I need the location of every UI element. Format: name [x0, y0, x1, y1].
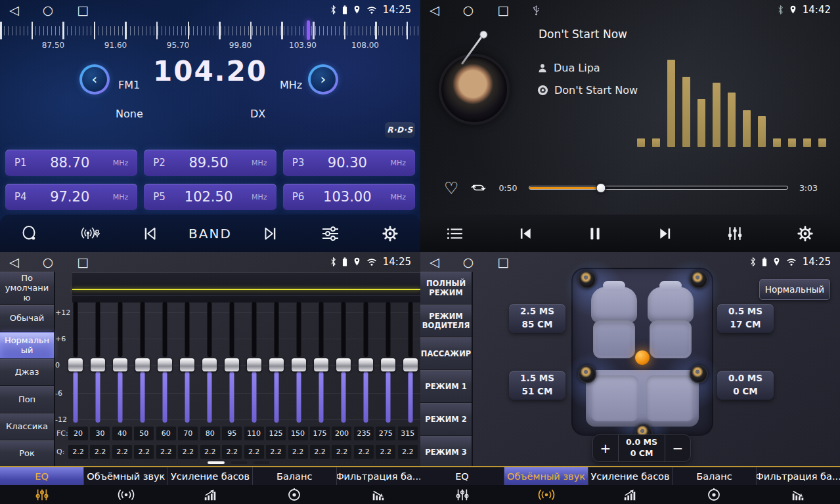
- mode-passenger[interactable]: ПАССАЖИР: [420, 337, 472, 369]
- next-station-icon[interactable]: [251, 219, 289, 248]
- tune-settings-icon[interactable]: [311, 219, 349, 248]
- mode-3[interactable]: РЕЖИМ 3: [420, 436, 472, 468]
- fc-value[interactable]: 275: [376, 427, 395, 440]
- pause-icon[interactable]: [576, 219, 614, 248]
- fc-value[interactable]: 315: [398, 427, 418, 440]
- eq-band-slider[interactable]: [180, 302, 194, 424]
- eq-band-slider[interactable]: [113, 302, 127, 424]
- eq-band-slider[interactable]: [269, 302, 284, 424]
- nav-recents-icon[interactable]: □: [497, 0, 509, 20]
- eq-band-slider[interactable]: [336, 302, 351, 424]
- eq-preset-normal[interactable]: Нормальный: [0, 332, 54, 358]
- listening-position-indicator[interactable]: [635, 350, 650, 365]
- tab-surround[interactable]: Объёмный звук: [84, 467, 168, 485]
- q-value[interactable]: 2.2: [310, 445, 330, 459]
- radio-preset-p1[interactable]: P1 88.70 MHz: [5, 150, 137, 176]
- eq-preset-custom[interactable]: Обычай: [0, 305, 54, 331]
- nav-recents-icon[interactable]: □: [497, 252, 509, 272]
- eq-preset-pop[interactable]: Поп: [0, 386, 54, 412]
- eq-sliders-icon[interactable]: [0, 485, 84, 504]
- eq-preset-default[interactable]: По умолчанию: [0, 272, 54, 304]
- fc-value[interactable]: 20: [68, 427, 88, 440]
- decrease-delay-button[interactable]: −: [665, 435, 690, 461]
- eq-band-slider[interactable]: [225, 302, 239, 424]
- rear-right-delay-button[interactable]: 0.0 MS 0 CM: [717, 371, 774, 400]
- frequency-scale[interactable]: [0, 22, 420, 39]
- fc-value[interactable]: 235: [354, 427, 374, 440]
- eq-sliders-icon[interactable]: [420, 485, 504, 504]
- q-value[interactable]: 2.2: [134, 445, 154, 459]
- q-value[interactable]: 2.2: [222, 445, 242, 459]
- tab-surround[interactable]: Объёмный звук: [504, 467, 588, 485]
- settings-gear-icon[interactable]: [786, 219, 824, 248]
- next-track-icon[interactable]: [646, 219, 684, 248]
- q-value[interactable]: 2.2: [266, 445, 286, 459]
- eq-band-slider[interactable]: [314, 302, 328, 424]
- mode-2[interactable]: РЕЖИМ 2: [420, 403, 472, 435]
- fc-value[interactable]: 60: [156, 427, 176, 440]
- fc-value[interactable]: 95: [222, 427, 242, 440]
- q-value[interactable]: 2.2: [156, 445, 176, 459]
- nav-recents-icon[interactable]: □: [77, 252, 89, 272]
- seek-bar[interactable]: [529, 182, 788, 193]
- settings-gear-icon[interactable]: [371, 219, 409, 248]
- radio-preset-p5[interactable]: P5 102.50 MHz: [144, 184, 276, 210]
- q-value[interactable]: 2.2: [288, 445, 308, 459]
- mode-1[interactable]: РЕЖИМ 1: [420, 370, 472, 402]
- q-value[interactable]: 2.2: [376, 445, 395, 459]
- filter-icon[interactable]: [756, 485, 840, 504]
- fc-value[interactable]: 150: [288, 427, 308, 440]
- tune-up-button[interactable]: ›: [308, 64, 338, 94]
- nav-home-icon[interactable]: ○: [43, 0, 54, 20]
- bass-boost-icon[interactable]: [168, 485, 252, 504]
- mode-driver[interactable]: РЕЖИМ ВОДИТЕЛЯ: [420, 304, 472, 337]
- fc-value[interactable]: 80: [200, 427, 220, 440]
- q-value[interactable]: 2.2: [398, 445, 418, 459]
- seek-thumb[interactable]: [596, 183, 606, 193]
- tab-bass-boost[interactable]: Усиление басов: [588, 467, 673, 485]
- mode-full[interactable]: ПОЛНЫЙ РЕЖИМ: [420, 272, 472, 304]
- eq-band-slider[interactable]: [381, 302, 395, 424]
- eq-band-slider[interactable]: [158, 302, 172, 424]
- tab-balance[interactable]: Баланс: [673, 467, 757, 485]
- radio-preset-p3[interactable]: P3 90.30 MHz: [283, 150, 415, 176]
- nav-home-icon[interactable]: ○: [463, 252, 474, 272]
- rear-left-delay-button[interactable]: 1.5 MS 51 CM: [509, 371, 565, 400]
- sound-preset-button[interactable]: Нормальный: [759, 279, 830, 300]
- nav-recents-icon[interactable]: □: [77, 0, 89, 20]
- tune-down-button[interactable]: ‹: [79, 64, 110, 94]
- eq-band-slider[interactable]: [403, 302, 418, 424]
- eq-preset-rock[interactable]: Рок: [0, 440, 54, 467]
- tab-balance[interactable]: Баланс: [253, 467, 337, 485]
- scan-icon[interactable]: [11, 219, 49, 248]
- fc-value[interactable]: 50: [134, 427, 154, 440]
- surround-sound-icon[interactable]: [84, 485, 168, 504]
- playlist-icon[interactable]: [436, 219, 474, 248]
- eq-preset-jazz[interactable]: Джаз: [0, 359, 54, 385]
- q-value[interactable]: 2.2: [90, 445, 110, 459]
- fc-value[interactable]: 70: [178, 427, 198, 440]
- fc-value[interactable]: 40: [112, 427, 132, 440]
- front-right-delay-button[interactable]: 0.5 MS 17 CM: [717, 304, 774, 333]
- fc-value[interactable]: 200: [332, 427, 351, 440]
- radio-preset-p4[interactable]: P4 97.20 MHz: [5, 184, 137, 210]
- equalizer-icon[interactable]: [716, 219, 754, 248]
- front-left-delay-button[interactable]: 2.5 MS 85 CM: [509, 304, 565, 333]
- q-value[interactable]: 2.2: [244, 445, 264, 459]
- nav-back-icon[interactable]: ◁: [9, 252, 19, 272]
- tab-eq[interactable]: EQ: [0, 467, 84, 485]
- eq-band-slider[interactable]: [359, 302, 373, 424]
- q-value[interactable]: 2.2: [68, 445, 88, 459]
- nav-back-icon[interactable]: ◁: [430, 252, 439, 272]
- bass-boost-icon[interactable]: [588, 485, 673, 504]
- previous-track-icon[interactable]: [506, 219, 544, 248]
- eq-band-slider[interactable]: [91, 302, 105, 424]
- surround-sound-icon[interactable]: [504, 485, 588, 504]
- tab-eq[interactable]: EQ: [420, 467, 504, 485]
- eq-band-slider[interactable]: [247, 302, 261, 424]
- q-value[interactable]: 2.2: [354, 445, 374, 459]
- eq-band-slider[interactable]: [68, 302, 83, 424]
- broadcast-icon[interactable]: [71, 219, 109, 248]
- balance-icon[interactable]: [252, 485, 336, 504]
- nav-back-icon[interactable]: ◁: [430, 0, 439, 20]
